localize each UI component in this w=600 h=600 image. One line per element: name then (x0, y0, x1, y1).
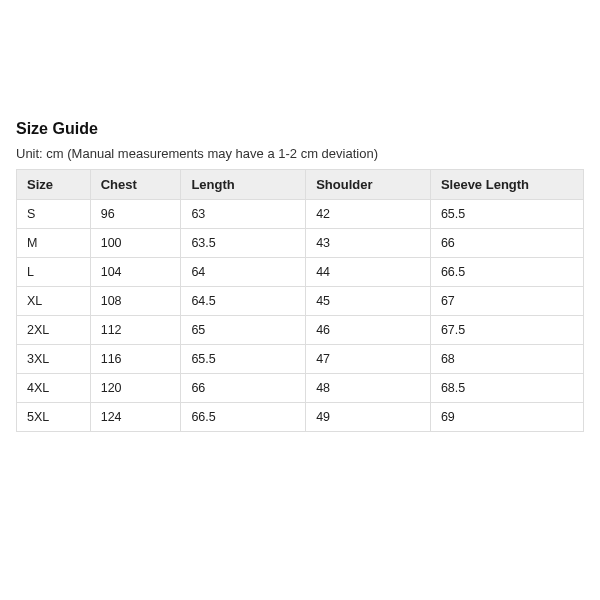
unit-note: Unit: cm (Manual measurements may have a… (16, 146, 584, 161)
cell-length: 65.5 (181, 345, 306, 374)
cell-chest: 96 (90, 200, 181, 229)
cell-size: 2XL (17, 316, 91, 345)
cell-shoulder: 46 (306, 316, 431, 345)
cell-size: XL (17, 287, 91, 316)
cell-size: S (17, 200, 91, 229)
table-row: 4XL 120 66 48 68.5 (17, 374, 584, 403)
cell-sleeve: 68 (430, 345, 583, 374)
size-table: Size Chest Length Shoulder Sleeve Length… (16, 169, 584, 432)
cell-size: 5XL (17, 403, 91, 432)
cell-length: 66.5 (181, 403, 306, 432)
cell-length: 64 (181, 258, 306, 287)
cell-shoulder: 48 (306, 374, 431, 403)
cell-chest: 108 (90, 287, 181, 316)
table-row: S 96 63 42 65.5 (17, 200, 584, 229)
cell-sleeve: 66 (430, 229, 583, 258)
cell-chest: 104 (90, 258, 181, 287)
section-title: Size Guide (16, 120, 584, 138)
cell-size: M (17, 229, 91, 258)
cell-length: 63 (181, 200, 306, 229)
cell-length: 64.5 (181, 287, 306, 316)
cell-shoulder: 47 (306, 345, 431, 374)
table-row: 2XL 112 65 46 67.5 (17, 316, 584, 345)
col-length: Length (181, 170, 306, 200)
size-guide-section: Size Guide Unit: cm (Manual measurements… (0, 0, 600, 432)
cell-shoulder: 49 (306, 403, 431, 432)
col-shoulder: Shoulder (306, 170, 431, 200)
table-row: XL 108 64.5 45 67 (17, 287, 584, 316)
cell-sleeve: 69 (430, 403, 583, 432)
cell-shoulder: 42 (306, 200, 431, 229)
table-row: 5XL 124 66.5 49 69 (17, 403, 584, 432)
cell-sleeve: 67.5 (430, 316, 583, 345)
cell-size: L (17, 258, 91, 287)
table-row: L 104 64 44 66.5 (17, 258, 584, 287)
cell-chest: 124 (90, 403, 181, 432)
cell-sleeve: 67 (430, 287, 583, 316)
cell-shoulder: 45 (306, 287, 431, 316)
table-header-row: Size Chest Length Shoulder Sleeve Length (17, 170, 584, 200)
col-size: Size (17, 170, 91, 200)
table-row: 3XL 116 65.5 47 68 (17, 345, 584, 374)
cell-shoulder: 44 (306, 258, 431, 287)
cell-chest: 100 (90, 229, 181, 258)
col-chest: Chest (90, 170, 181, 200)
col-sleeve: Sleeve Length (430, 170, 583, 200)
cell-length: 66 (181, 374, 306, 403)
cell-size: 4XL (17, 374, 91, 403)
cell-size: 3XL (17, 345, 91, 374)
table-row: M 100 63.5 43 66 (17, 229, 584, 258)
cell-chest: 116 (90, 345, 181, 374)
cell-shoulder: 43 (306, 229, 431, 258)
cell-length: 63.5 (181, 229, 306, 258)
cell-chest: 120 (90, 374, 181, 403)
cell-sleeve: 68.5 (430, 374, 583, 403)
cell-length: 65 (181, 316, 306, 345)
cell-sleeve: 65.5 (430, 200, 583, 229)
cell-sleeve: 66.5 (430, 258, 583, 287)
cell-chest: 112 (90, 316, 181, 345)
